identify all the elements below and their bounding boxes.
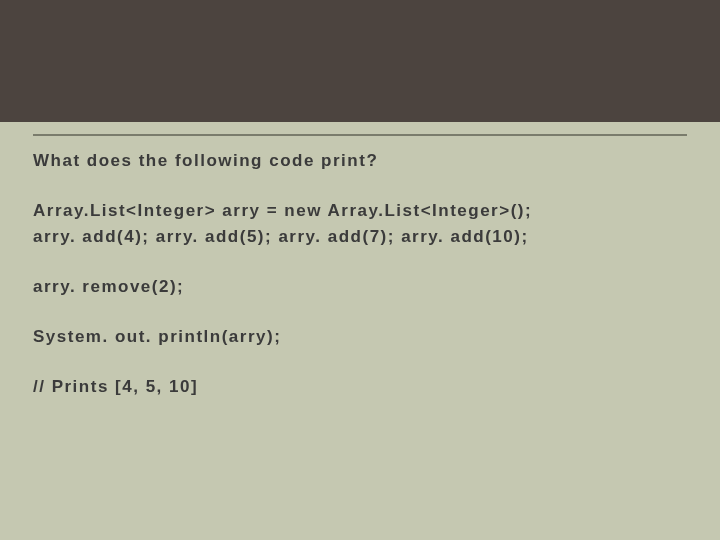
question-line: What does the following code print?: [33, 150, 687, 172]
code-block-1: Array.List<Integer> arry = new Array.Lis…: [33, 200, 687, 248]
code-line-3: arry. remove(2);: [33, 276, 687, 298]
code-line-1: Array.List<Integer> arry = new Array.Lis…: [33, 200, 687, 222]
slide-content: What does the following code print? Arra…: [33, 150, 687, 427]
code-block-2: arry. remove(2);: [33, 276, 687, 298]
code-block-3: System. out. println(arry);: [33, 326, 687, 348]
slide: What does the following code print? Arra…: [0, 0, 720, 540]
code-line-5: // Prints [4, 5, 10]: [33, 376, 687, 398]
code-line-4: System. out. println(arry);: [33, 326, 687, 348]
question-text: What does the following code print?: [33, 150, 687, 172]
divider-line: [33, 134, 687, 136]
slide-header-bar: [0, 0, 720, 122]
code-block-4: // Prints [4, 5, 10]: [33, 376, 687, 398]
code-line-2: arry. add(4); arry. add(5); arry. add(7)…: [33, 226, 687, 248]
